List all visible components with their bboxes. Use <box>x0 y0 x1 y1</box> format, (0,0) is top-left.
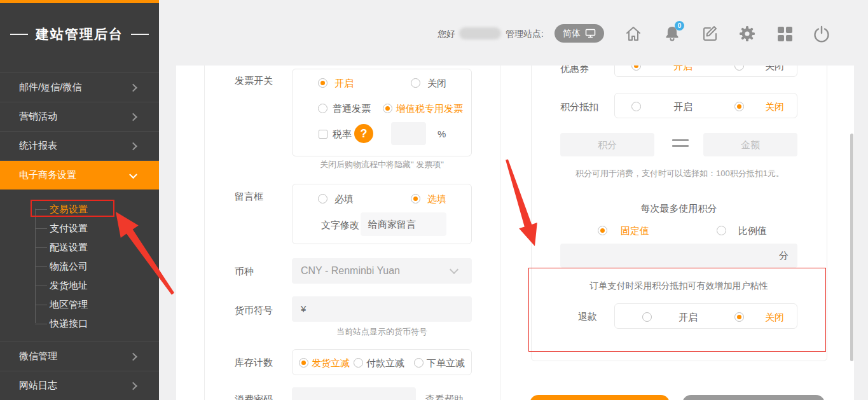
settings-gear-icon[interactable] <box>738 25 756 43</box>
sidebar-submenu: 交易设置 支付设置 配送设置 物流公司 发货地址 地区管理 快递接口 <box>0 190 159 341</box>
sidebar-menu: 邮件/短信/微信 营销活动 统计报表 电子商务设置 <box>0 72 159 190</box>
tax-unit-label: % <box>437 128 446 139</box>
sidebar-item-payment-settings[interactable]: 支付设置 <box>0 219 159 238</box>
invoice-on-option[interactable]: 开启 <box>334 78 354 90</box>
refund-off-option[interactable]: 关闭 <box>765 312 784 324</box>
sidebar-item-marketing[interactable]: 营销活动 <box>0 102 159 131</box>
coupon-off-option[interactable]: 关闭 <box>765 66 784 72</box>
refund-on-option[interactable]: 开启 <box>679 312 698 324</box>
points-value-box[interactable]: 积分 <box>560 133 654 156</box>
confirm-button[interactable] <box>530 395 670 400</box>
points-on-option[interactable]: 开启 <box>673 101 692 113</box>
sidebar-item-express-interface[interactable]: 快递接口 <box>0 314 159 333</box>
message-options-box: 必填 选填 文字修改 给商家留言 <box>292 184 472 244</box>
sidebar-item-label: 邮件/短信/微信 <box>19 81 81 93</box>
tax-help-icon[interactable]: ? <box>354 124 373 143</box>
refund-on-radio[interactable] <box>642 312 652 322</box>
notification-badge: 0 <box>675 21 684 31</box>
stock-counting-label: 库存计数 <box>235 357 273 369</box>
sidebar-item-label: 统计报表 <box>19 140 57 152</box>
tax-rate-checkbox[interactable] <box>319 130 327 139</box>
message-required-radio[interactable] <box>318 194 327 203</box>
chevron-down-icon <box>450 265 458 274</box>
main-content: 发票开关 开启 关闭 普通发票 增值税专用发票 税率 ? % 关闭后购物流程中将… <box>176 66 854 400</box>
site-selector-pill[interactable]: 简体 <box>555 24 604 43</box>
stock-order-radio[interactable] <box>414 358 424 368</box>
title-dash-left <box>10 34 28 35</box>
power-logout-icon[interactable] <box>813 25 830 43</box>
stock-order-option[interactable]: 下单立减 <box>427 357 465 369</box>
vertical-scrollbar-thumb[interactable] <box>850 134 853 361</box>
sidebar-item-ecommerce-settings[interactable]: 电子商务设置 <box>0 160 159 190</box>
apps-grid-icon[interactable] <box>776 25 794 43</box>
admin-app: 建站管理后台 邮件/短信/微信 营销活动 统计报表 电子商务设置 交易设 <box>0 0 868 400</box>
invoice-off-option[interactable]: 关闭 <box>427 78 446 90</box>
coupon-options-box: 开启 关闭 <box>614 66 797 77</box>
ratio-value-option[interactable]: 比例值 <box>738 225 767 237</box>
message-text-input[interactable]: 给商家留言 <box>361 212 446 236</box>
tax-rate-input[interactable] <box>391 122 426 145</box>
sidebar-title-text: 建站管理后台 <box>36 25 123 43</box>
invoice-vat-radio[interactable] <box>383 104 392 113</box>
view-help-link[interactable]: 查看帮助 <box>425 394 464 400</box>
coupon-off-radio[interactable] <box>734 66 744 71</box>
amount-value-box[interactable]: 金额 <box>703 133 797 156</box>
invoice-vat-option[interactable]: 增值税专用发票 <box>396 103 463 115</box>
coupon-on-option[interactable]: 开启 <box>673 66 692 72</box>
tax-rate-label: 税率 <box>333 128 352 141</box>
notifications-bell-icon[interactable]: 0 <box>663 25 681 43</box>
manage-site-label: 管理站点: <box>506 29 544 40</box>
fixed-value-radio[interactable] <box>598 226 607 235</box>
message-optional-option[interactable]: 选填 <box>427 193 446 205</box>
points-usage-note: 积分可用于消费，支付时可以选择如：100积分抵扣1元。 <box>549 168 810 179</box>
message-required-option[interactable]: 必填 <box>334 193 354 205</box>
points-tip-note: 订单支付时采用积分抵扣可有效增加用户粘性 <box>560 280 797 292</box>
currency-select[interactable]: CNY - Renminbi Yuan <box>292 258 472 284</box>
points-options-box: 开启 关闭 <box>614 93 797 118</box>
coupon-label: 优惠券 <box>560 66 589 75</box>
invoice-note: 关闭后购物流程中将隐藏" 发票项" <box>292 159 472 170</box>
sidebar-item-delivery-settings[interactable]: 配送设置 <box>0 238 159 257</box>
currency-symbol-note: 当前站点显示的货币符号 <box>292 326 472 338</box>
stock-ship-option[interactable]: 发货立减 <box>312 357 350 369</box>
points-off-option[interactable]: 关闭 <box>765 101 784 113</box>
invoice-normal-option[interactable]: 普通发票 <box>333 103 371 115</box>
points-on-radio[interactable] <box>631 102 641 111</box>
stock-pay-radio[interactable] <box>354 358 363 368</box>
edit-icon[interactable] <box>701 25 719 43</box>
stock-options-box: 发货立减 付款立减 下单立减 <box>292 349 472 375</box>
sidebar-item-statistics[interactable]: 统计报表 <box>0 131 159 160</box>
sidebar-item-logistics-company[interactable]: 物流公司 <box>0 257 159 276</box>
currency-symbol-input[interactable]: ¥ <box>292 296 472 322</box>
fixed-value-option[interactable]: 固定值 <box>621 225 649 237</box>
message-optional-radio[interactable] <box>411 194 420 203</box>
consumption-password-input[interactable] <box>292 387 416 400</box>
coupon-on-radio[interactable] <box>631 66 641 71</box>
sidebar-item-label: 电子商务设置 <box>19 169 76 181</box>
chevron-right-icon <box>129 352 137 361</box>
sidebar-item-region-management[interactable]: 地区管理 <box>0 295 159 314</box>
refund-off-radio[interactable] <box>734 312 744 322</box>
max-points-label: 每次最多使用积分 <box>560 203 797 215</box>
points-off-radio[interactable] <box>734 102 744 111</box>
stock-pay-option[interactable]: 付款立减 <box>366 357 404 369</box>
invoice-off-radio[interactable] <box>411 78 420 88</box>
stock-ship-radio[interactable] <box>299 358 308 368</box>
ratio-value-radio[interactable] <box>717 226 726 235</box>
home-icon[interactable] <box>624 25 642 43</box>
sidebar-item-site-log[interactable]: 网站日志 <box>0 371 159 400</box>
chevron-down-icon <box>129 170 137 179</box>
monitor-icon <box>585 29 596 38</box>
max-points-input[interactable]: 分 <box>560 244 797 268</box>
sidebar-item-trade-settings[interactable]: 交易设置 <box>0 200 159 219</box>
invoice-normal-radio[interactable] <box>318 104 327 113</box>
points-deduction-label: 积分抵扣 <box>560 101 598 113</box>
sidebar-item-mail-sms-wechat[interactable]: 邮件/短信/微信 <box>0 72 159 102</box>
sidebar-item-shipping-address[interactable]: 发货地址 <box>0 276 159 295</box>
currency-symbol-label: 货币符号 <box>235 305 273 317</box>
trade-settings-card-left: 发票开关 开启 关闭 普通发票 增值税专用发票 税率 ? % 关闭后购物流程中将… <box>204 66 500 400</box>
invoice-on-radio[interactable] <box>318 78 327 88</box>
cancel-button[interactable] <box>682 395 825 400</box>
sidebar-item-wechat-management[interactable]: 微信管理 <box>0 341 159 371</box>
chevron-right-icon <box>129 382 137 390</box>
